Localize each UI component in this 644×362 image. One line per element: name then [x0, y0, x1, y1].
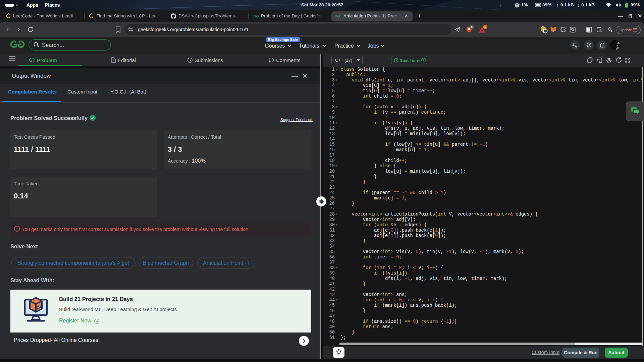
svg-text:A: A	[575, 45, 577, 48]
